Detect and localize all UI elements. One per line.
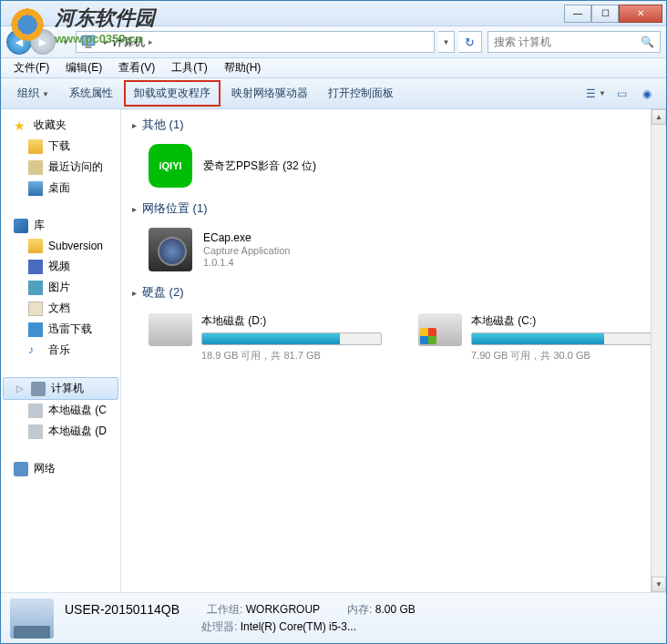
- search-box[interactable]: 🔍: [487, 31, 661, 53]
- preview-pane-button[interactable]: ▭: [610, 84, 633, 104]
- video-icon: [28, 260, 43, 274]
- breadcrumb-dropdown[interactable]: ▼: [438, 31, 455, 53]
- item-name: ECap.exe: [203, 231, 290, 244]
- toolbar: 组织▼ 系统属性 卸载或更改程序 映射网络驱动器 打开控制面板 ☰ ▼ ▭ ◉: [1, 78, 666, 109]
- map-drive-button[interactable]: 映射网络驱动器: [222, 81, 317, 106]
- favorites-group[interactable]: ★收藏夹: [1, 115, 120, 136]
- xunlei-icon: [28, 322, 43, 337]
- control-panel-button[interactable]: 打开控制面板: [319, 81, 403, 106]
- watermark-logo-icon: [5, 2, 50, 47]
- cpu-label: 处理器:: [201, 620, 237, 633]
- item-desc: Capture Application: [203, 245, 290, 256]
- watermark: 河东软件园 www.pc0359.cn: [5, 2, 155, 47]
- network-icon: [14, 462, 28, 476]
- drive-usage-bar: [201, 332, 382, 345]
- help-button[interactable]: ◉: [635, 84, 659, 104]
- drive-icon: [149, 313, 192, 346]
- drive-c[interactable]: 本地磁盘 (C:) 7.90 GB 可用，共 30.0 GB: [418, 313, 652, 363]
- sidebar-documents[interactable]: 文档: [1, 298, 120, 319]
- drive-icon: [28, 424, 43, 439]
- maximize-button[interactable]: ☐: [591, 5, 619, 23]
- drive-name: 本地磁盘 (C:): [471, 313, 652, 329]
- recent-icon: [28, 160, 43, 175]
- desktop-icon: [28, 181, 43, 196]
- section-drives[interactable]: ▸硬盘 (2): [132, 284, 655, 301]
- drive-d[interactable]: 本地磁盘 (D:) 18.9 GB 可用，共 81.7 GB: [149, 313, 382, 363]
- scroll-track[interactable]: [652, 125, 666, 577]
- scroll-down-button[interactable]: ▼: [652, 577, 666, 592]
- close-button[interactable]: ✕: [619, 5, 662, 23]
- menu-edit[interactable]: 编辑(E): [58, 58, 109, 77]
- content-area: ▸其他 (1) iQIYI 爱奇艺PPS影音 (32 位) ▸网络位置 (1) …: [121, 109, 666, 592]
- sidebar-pictures[interactable]: 图片: [1, 277, 120, 298]
- picture-icon: [28, 281, 43, 295]
- music-icon: ♪: [28, 343, 43, 358]
- navigation-pane: ★收藏夹 下载 最近访问的 桌面 库 Subversion 视频 图片 文档 迅…: [1, 109, 121, 592]
- sidebar-drive-d[interactable]: 本地磁盘 (D: [1, 421, 120, 442]
- details-pane: USER-20150114QB 工作组: WORKGROUP 内存: 8.00 …: [1, 592, 666, 643]
- computer-group[interactable]: ▷计算机: [3, 377, 118, 400]
- library-icon: [14, 219, 28, 233]
- computer-large-icon: [10, 598, 54, 639]
- item-name: 爱奇艺PPS影音 (32 位): [203, 158, 316, 174]
- item-ecap[interactable]: ECap.exe Capture Application 1.0.1.4: [132, 224, 655, 284]
- network-group[interactable]: 网络: [1, 458, 120, 479]
- menu-help[interactable]: 帮助(H): [217, 58, 269, 77]
- uninstall-programs-button[interactable]: 卸载或更改程序: [124, 80, 221, 107]
- sidebar-drive-c[interactable]: 本地磁盘 (C: [1, 400, 120, 421]
- workgroup-value: WORKGROUP: [246, 603, 320, 616]
- minimize-button[interactable]: —: [564, 5, 591, 23]
- item-iqiyi[interactable]: iQIYI 爱奇艺PPS影音 (32 位): [132, 140, 655, 200]
- drive-free: 7.90 GB 可用，共 30.0 GB: [471, 349, 652, 363]
- star-icon: ★: [14, 118, 28, 133]
- sidebar-recent[interactable]: 最近访问的: [1, 157, 120, 178]
- view-mode-button[interactable]: ☰ ▼: [584, 84, 608, 104]
- sidebar-desktop[interactable]: 桌面: [1, 178, 120, 199]
- details-computer-name: USER-20150114QB: [65, 602, 180, 618]
- document-icon: [28, 302, 43, 316]
- memory-value: 8.00 GB: [375, 603, 416, 616]
- drive-usage-bar: [471, 332, 652, 345]
- watermark-url: www.pc0359.cn: [55, 32, 155, 46]
- menu-file[interactable]: 文件(F): [6, 58, 56, 77]
- workgroup-label: 工作组:: [207, 603, 242, 616]
- iqiyi-icon: iQIYI: [149, 144, 192, 188]
- section-network-location[interactable]: ▸网络位置 (1): [132, 200, 655, 217]
- watermark-title: 河东软件园: [55, 5, 155, 32]
- organize-button[interactable]: 组织▼: [8, 81, 58, 106]
- search-icon[interactable]: 🔍: [641, 36, 654, 48]
- sidebar-videos[interactable]: 视频: [1, 256, 120, 277]
- cpu-value: Intel(R) Core(TM) i5-3...: [241, 620, 356, 633]
- drive-windows-icon: [418, 313, 462, 346]
- menu-view[interactable]: 查看(V): [111, 58, 162, 77]
- computer-icon: [31, 382, 46, 396]
- sidebar-xunlei[interactable]: 迅雷下载: [1, 319, 120, 340]
- sidebar-subversion[interactable]: Subversion: [1, 236, 120, 256]
- drive-name: 本地磁盘 (D:): [201, 313, 382, 329]
- drive-icon: [28, 404, 43, 418]
- drive-free: 18.9 GB 可用，共 81.7 GB: [201, 349, 382, 363]
- menu-tools[interactable]: 工具(T): [164, 58, 214, 77]
- refresh-button[interactable]: ↻: [458, 31, 482, 53]
- item-version: 1.0.1.4: [203, 257, 290, 268]
- section-other[interactable]: ▸其他 (1): [132, 117, 655, 133]
- memory-label: 内存:: [347, 603, 372, 616]
- system-properties-button[interactable]: 系统属性: [60, 81, 122, 106]
- sidebar-music[interactable]: ♪音乐: [1, 340, 120, 361]
- search-input[interactable]: [494, 36, 641, 48]
- libraries-group[interactable]: 库: [1, 215, 120, 236]
- camera-icon: [149, 228, 192, 271]
- vertical-scrollbar[interactable]: ▲ ▼: [651, 109, 666, 592]
- menubar: 文件(F) 编辑(E) 查看(V) 工具(T) 帮助(H): [1, 58, 666, 78]
- folder-icon: [28, 139, 43, 154]
- sidebar-downloads[interactable]: 下载: [1, 136, 120, 157]
- folder-icon: [28, 239, 43, 253]
- explorer-window: — ☐ ✕ ◄ ► ▼ ▸ 计算机 ▸ ▼ ↻ 🔍 文件(F) 编辑(E) 查看…: [0, 0, 667, 644]
- scroll-up-button[interactable]: ▲: [652, 109, 666, 125]
